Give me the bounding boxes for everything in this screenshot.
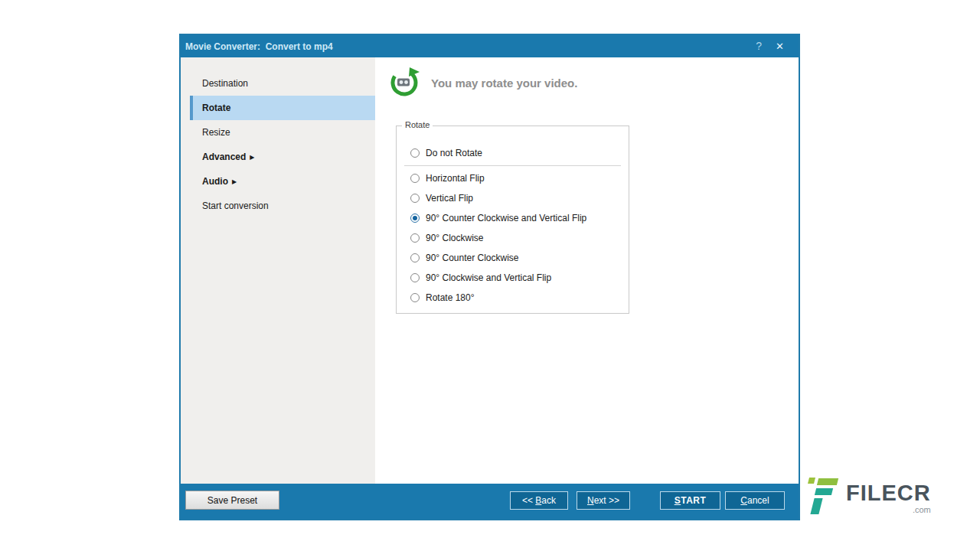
groupbox-legend: Rotate xyxy=(402,120,433,129)
sidebar-item-start-conversion[interactable]: Start conversion xyxy=(190,194,375,218)
filecr-text: FILECR .com xyxy=(846,478,931,514)
separator xyxy=(404,165,621,166)
titlebar[interactable]: Movie Converter: Convert to mp4 ? ✕ xyxy=(181,35,799,57)
back-label: Back xyxy=(535,495,556,506)
radio-label: 90° Clockwise and Vertical Flip xyxy=(426,272,551,283)
sidebar-item-resize[interactable]: Resize xyxy=(190,120,375,145)
radio-option-90-cw-vertical-flip[interactable]: 90° Clockwise and Vertical Flip xyxy=(397,268,629,288)
next-suffix: >> xyxy=(609,495,619,506)
start-label: START xyxy=(675,495,707,506)
rotate-options: Do not Rotate Horizontal Flip Vertical F… xyxy=(397,126,629,308)
help-button[interactable]: ? xyxy=(749,35,769,57)
sidebar-item-advanced[interactable]: Advanced▶ xyxy=(190,145,375,169)
sidebar-item-audio[interactable]: Audio▶ xyxy=(190,169,375,194)
radio-label: Vertical Flip xyxy=(426,193,473,204)
radio-option-do-not-rotate[interactable]: Do not Rotate xyxy=(397,143,629,163)
filecr-brand: FILECR xyxy=(846,482,931,504)
cancel-button[interactable]: Cancel xyxy=(725,491,785,510)
filecr-watermark: FILECR .com xyxy=(808,478,931,516)
radio-option-vertical-flip[interactable]: Vertical Flip xyxy=(397,188,629,208)
chevron-right-icon: ▶ xyxy=(250,154,254,161)
radio-circle[interactable] xyxy=(410,293,420,302)
radio-option-90-counter-clockwise[interactable]: 90° Counter Clockwise xyxy=(397,248,629,268)
radio-label: Rotate 180° xyxy=(426,292,475,303)
radio-circle[interactable] xyxy=(410,233,420,243)
start-button[interactable]: START xyxy=(660,491,720,510)
filecr-tld: .com xyxy=(913,505,931,514)
cancel-label: Cancel xyxy=(740,495,769,506)
radio-circle[interactable] xyxy=(410,214,420,223)
sidebar-item-label: Rotate xyxy=(202,103,230,113)
rotate-video-icon xyxy=(387,67,421,98)
radio-label: Do not Rotate xyxy=(426,148,482,158)
rotate-groupbox: Rotate Do not Rotate Horizontal Flip xyxy=(396,126,629,314)
sidebar-item-label: Resize xyxy=(202,127,230,138)
sidebar-item-label: Destination xyxy=(202,78,248,89)
radio-label: 90° Clockwise xyxy=(426,233,484,243)
sidebar-item-rotate[interactable]: Rotate xyxy=(190,96,375,120)
radio-option-horizontal-flip[interactable]: Horizontal Flip xyxy=(397,168,629,188)
main-pane: You may rotate your video. Rotate Do not… xyxy=(375,57,799,484)
radio-label: Horizontal Flip xyxy=(426,173,485,184)
radio-circle[interactable] xyxy=(410,174,420,183)
back-button[interactable]: << Back xyxy=(510,491,568,510)
page-title: You may rotate your video. xyxy=(431,77,577,90)
radio-circle[interactable] xyxy=(410,273,420,282)
sidebar-item-label: Advanced xyxy=(202,152,246,162)
radio-circle[interactable] xyxy=(410,253,420,262)
radio-label: 90° Counter Clockwise xyxy=(426,253,519,263)
movie-converter-window: Movie Converter: Convert to mp4 ? ✕ Dest… xyxy=(179,34,800,520)
radio-label: 90° Counter Clockwise and Vertical Flip xyxy=(426,213,586,223)
window-body: Destination Rotate Resize Advanced▶ Audi… xyxy=(181,57,799,484)
radio-option-90-ccw-vertical-flip[interactable]: 90° Counter Clockwise and Vertical Flip xyxy=(397,208,629,228)
footer-bar: Save Preset << Back Next >> START Cancel xyxy=(181,484,799,519)
radio-option-rotate-180[interactable]: Rotate 180° xyxy=(397,288,629,308)
sidebar-item-destination[interactable]: Destination xyxy=(190,71,375,96)
window-title: Movie Converter: Convert to mp4 xyxy=(185,41,749,52)
back-prefix: << xyxy=(522,495,533,506)
sidebar: Destination Rotate Resize Advanced▶ Audi… xyxy=(181,57,375,484)
radio-circle[interactable] xyxy=(410,194,420,203)
chevron-right-icon: ▶ xyxy=(232,178,237,185)
desktop: Movie Converter: Convert to mp4 ? ✕ Dest… xyxy=(0,0,980,551)
radio-circle[interactable] xyxy=(410,148,420,158)
save-preset-button[interactable]: Save Preset xyxy=(185,491,279,510)
radio-option-90-clockwise[interactable]: 90° Clockwise xyxy=(397,228,629,248)
filecr-logo-icon xyxy=(808,478,839,516)
sidebar-item-label: Audio xyxy=(202,176,228,187)
sidebar-item-label: Start conversion xyxy=(202,201,269,211)
next-label: Next xyxy=(587,495,606,506)
next-button[interactable]: Next >> xyxy=(577,491,630,510)
close-button[interactable]: ✕ xyxy=(769,35,791,57)
page-header: You may rotate your video. xyxy=(375,57,799,98)
